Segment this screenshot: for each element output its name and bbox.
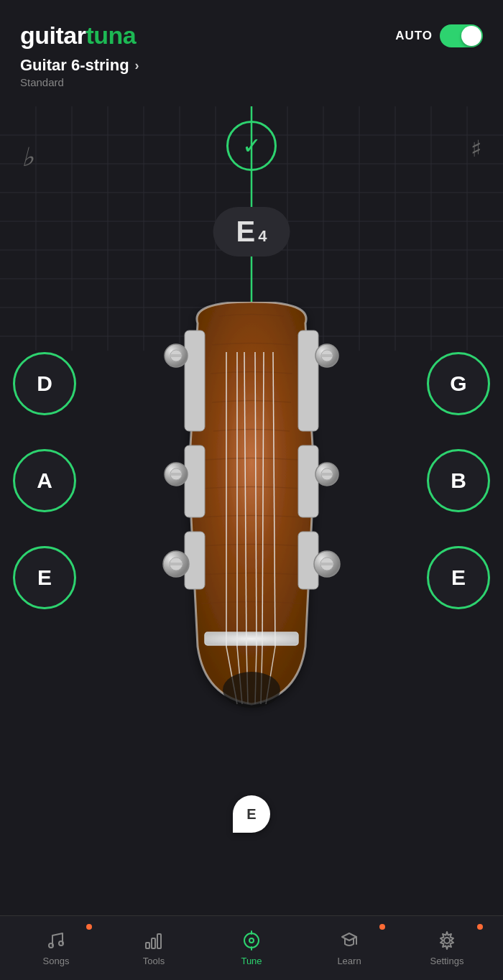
settings-notification-dot [477,924,483,930]
svg-point-61 [49,943,53,948]
logo-guitar: guitar [20,22,86,50]
string-button-G[interactable]: G [427,352,490,415]
bottom-nav: Songs Tools Tune Learn [0,915,503,980]
headstock-area: D A E G B E [0,316,503,915]
nav-label-tools: Tools [143,956,165,966]
string-button-A[interactable]: A [13,449,76,512]
svg-point-67 [249,938,254,943]
string-button-E-high[interactable]: E [427,546,490,609]
svg-point-62 [59,941,63,946]
auto-toggle-container[interactable]: AUTO [395,24,483,47]
songs-icon [45,930,67,951]
toggle-thumb [461,26,481,46]
nav-item-tune[interactable]: Tune [203,930,300,966]
active-note-bubble: E [233,795,270,833]
nav-item-songs[interactable]: Songs [7,930,105,966]
flat-label: ♭ [22,142,34,172]
sharp-label: ♯ [471,135,481,162]
svg-rect-63 [146,943,149,948]
svg-rect-65 [157,934,161,948]
nav-label-learn: Learn [337,956,361,966]
tools-icon [143,930,165,951]
nav-item-settings[interactable]: Settings [398,930,496,966]
nav-label-tune: Tune [241,956,262,966]
svg-point-66 [244,933,259,948]
learn-notification-dot [379,924,385,930]
string-button-E-low[interactable]: E [13,546,76,609]
svg-point-71 [444,938,450,943]
learn-icon [338,930,360,951]
note-name: E [236,216,256,248]
tune-icon [241,930,262,951]
note-display: E4 [213,207,290,256]
nav-item-learn[interactable]: Learn [300,930,398,966]
svg-rect-64 [152,938,155,948]
auto-toggle[interactable] [440,24,483,47]
note-octave: 4 [258,227,267,246]
nav-label-settings: Settings [430,956,464,966]
nav-item-tools[interactable]: Tools [105,930,203,966]
settings-icon [436,930,458,951]
nav-label-songs: Songs [43,956,70,966]
checkmark-icon: ✓ [242,132,262,160]
tuned-indicator: ✓ [226,121,277,171]
string-button-D[interactable]: D [13,352,76,415]
app-logo: guitartuna [20,22,136,50]
auto-label: AUTO [395,29,433,43]
logo-tuna: tuna [86,22,136,50]
string-button-B[interactable]: B [427,449,490,512]
songs-notification-dot [86,924,92,930]
header: guitartuna AUTO [0,0,503,86]
